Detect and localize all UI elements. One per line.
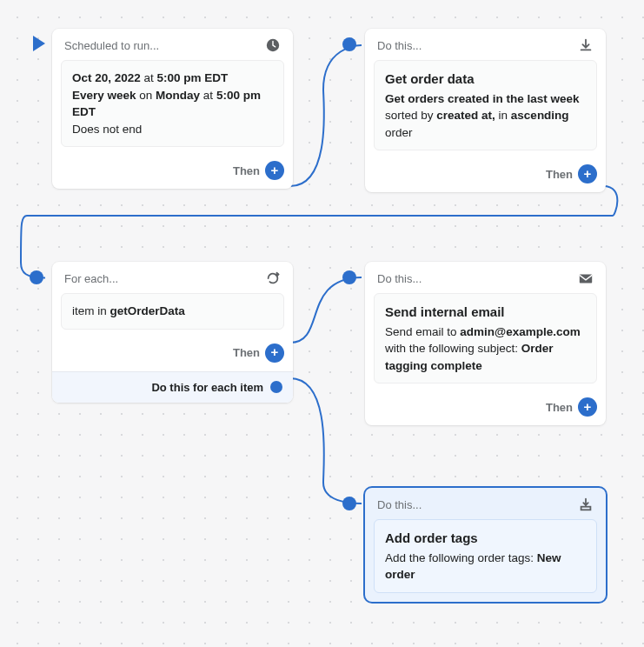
card-description: item in getOrderData — [61, 293, 284, 330]
svg-rect-2 — [581, 507, 591, 510]
workflow-canvas[interactable]: Scheduled to run... Oct 20, 2022 at 5:00… — [0, 0, 644, 647]
then-row: Then — [52, 338, 293, 371]
card-title: Add order tags — [385, 529, 586, 548]
add-step-button[interactable] — [265, 344, 284, 363]
header-label: Do this... — [377, 272, 578, 285]
card-description: Oct 20, 2022 at 5:00 pm EDTEvery week on… — [61, 60, 284, 147]
card-header: Do this... — [365, 262, 606, 293]
email-icon — [578, 270, 594, 286]
card-header: Scheduled to run... — [52, 29, 293, 60]
node-for-each[interactable]: For each... item in getOrderData Then Do… — [52, 262, 293, 403]
card-header: Do this... — [365, 29, 606, 60]
for-each-footer-label: Do this for each item — [151, 381, 263, 394]
card-description: Send email to admin@example.com with the… — [385, 324, 586, 375]
node-scheduled[interactable]: Scheduled to run... Oct 20, 2022 at 5:00… — [52, 29, 293, 189]
add-step-button[interactable] — [578, 164, 597, 183]
start-handle-icon — [33, 36, 45, 51]
then-label: Then — [233, 346, 260, 359]
header-label: Do this... — [377, 498, 578, 511]
header-label: For each... — [64, 272, 265, 285]
branch-handle-icon — [270, 381, 282, 393]
svg-rect-1 — [580, 275, 592, 283]
node-send-email[interactable]: Do this... Send internal email Send emai… — [365, 262, 606, 425]
entry-handle-icon — [342, 497, 356, 510]
card-description: Get orders created in the last week sort… — [385, 90, 586, 142]
entry-handle-icon — [342, 270, 356, 284]
loop-icon — [265, 270, 281, 286]
add-step-button[interactable] — [265, 161, 284, 180]
then-label: Then — [546, 168, 573, 181]
card-title: Send internal email — [385, 303, 586, 322]
card-body: Send internal email Send email to admin@… — [374, 293, 597, 384]
then-label: Then — [546, 401, 573, 414]
entry-handle-icon — [342, 37, 356, 51]
card-header: Do this... — [365, 488, 606, 519]
add-step-button[interactable] — [578, 397, 597, 417]
then-label: Then — [233, 164, 260, 177]
then-row: Then — [52, 156, 293, 189]
then-row: Then — [365, 392, 606, 425]
card-body: Add order tags Add the following order t… — [374, 519, 597, 593]
card-description: Add the following order tags: New order — [385, 550, 586, 584]
download-icon — [578, 37, 594, 53]
node-get-order-data[interactable]: Do this... Get order data Get orders cre… — [365, 29, 606, 192]
import-icon — [578, 497, 594, 512]
header-label: Scheduled to run... — [64, 39, 265, 52]
for-each-footer[interactable]: Do this for each item — [52, 371, 293, 403]
header-label: Do this... — [377, 39, 578, 52]
card-title: Get order data — [385, 70, 586, 89]
card-body: Get order data Get orders created in the… — [374, 60, 597, 150]
clock-icon — [265, 37, 281, 53]
card-header: For each... — [52, 262, 293, 293]
node-add-order-tags[interactable]: Do this... Add order tags Add the follow… — [365, 488, 606, 602]
then-row: Then — [365, 159, 606, 192]
entry-handle-icon — [30, 270, 43, 284]
